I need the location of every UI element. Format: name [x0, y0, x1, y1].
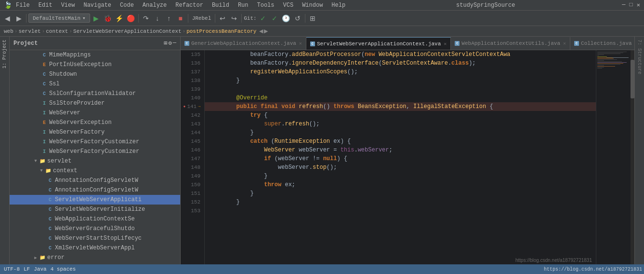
debug-button[interactable]: 🐞 [103, 13, 113, 24]
tree-item-context-folder[interactable]: ▼ 📁 context [10, 166, 180, 176]
menu-analyze[interactable]: Analyze [139, 1, 171, 10]
tab-collections[interactable]: C Collections.java ✕ [570, 37, 634, 50]
tree-item-servlet-folder[interactable]: ▼ 📁 servlet [10, 156, 180, 166]
coverage-button[interactable]: ⚡ [114, 13, 125, 24]
menu-navigate[interactable]: Navigate [79, 1, 115, 10]
breadcrumb-context[interactable]: context [46, 28, 68, 34]
menu-view[interactable]: View [57, 1, 79, 10]
code-line-144[interactable]: } [205, 128, 596, 137]
breadcrumb-nav-back[interactable]: ◀ [259, 28, 263, 34]
menu-vcs[interactable]: VCS [279, 1, 298, 10]
tree-item-annotconfig2[interactable]: C AnnotationConfigServletW [10, 185, 180, 195]
tree-item-webserverfactory[interactable]: I WebServerFactory [10, 127, 180, 137]
forward-button[interactable]: ▶ [13, 13, 24, 24]
menu-file[interactable]: File [12, 1, 34, 10]
run-button[interactable]: ▶ [91, 13, 102, 24]
scrollbar-thumb[interactable] [631, 60, 634, 98]
breadcrumb-servlet[interactable]: servlet [18, 28, 40, 34]
tree-item-webserverstartstop[interactable]: C WebServerStartStopLifecyc [10, 233, 180, 243]
git-revert-button[interactable]: ↺ [292, 13, 303, 24]
tab-servlet[interactable]: C ServletWebServerApplicationContext.jav… [306, 37, 451, 50]
code-content[interactable]: beanFactory.addBeanPostProcessor(new Web… [205, 50, 596, 264]
tree-arrow-error[interactable]: ▶ [33, 255, 39, 260]
tree-item-webserverfactorycust1[interactable]: I WebServerFactoryCustomizer [10, 137, 180, 147]
tab-close-webapp[interactable]: ✕ [563, 41, 566, 46]
code-line-151[interactable]: } [205, 189, 596, 198]
tree-arrow-servlet[interactable]: ▼ [33, 159, 39, 164]
code-line-138[interactable]: } [205, 76, 596, 85]
scrollbar-track[interactable] [631, 50, 634, 264]
tree-item-annotconfig1[interactable]: C AnnotationConfigServletW [10, 176, 180, 185]
tree-item-webserver[interactable]: I WebServer [10, 108, 180, 118]
layout-button[interactable]: ⊞ [307, 13, 318, 24]
code-line-137[interactable]: registerWebApplicationScopes(); [205, 68, 596, 76]
tab-close-servlet[interactable]: ✕ [444, 41, 447, 47]
breadcrumb-class[interactable]: ServletWebServerApplicationContext [73, 28, 181, 34]
status-spaces[interactable]: 4 spaces [51, 266, 76, 272]
code-line-150[interactable]: throw ex; [205, 180, 596, 189]
status-lf[interactable]: LF [24, 266, 30, 272]
git-history-button[interactable]: 🕐 [281, 13, 291, 24]
profile-button[interactable]: 🔴 [126, 13, 136, 24]
stop-button[interactable]: ■ [175, 13, 186, 24]
tree-item-servletinitializer[interactable]: C ServletWebServerInitialize [10, 205, 180, 214]
menu-code[interactable]: Code [116, 1, 138, 10]
tree-item-error-folder[interactable]: ▶ 📁 error [10, 253, 180, 262]
minimize-btn[interactable]: — [622, 1, 625, 9]
sidebar-sync-btn[interactable]: ⊞ [164, 40, 167, 47]
tree-arrow-context[interactable]: ▼ [39, 168, 44, 173]
tree-item-servletwebserver[interactable]: C ServletWebServerApplicati [10, 195, 180, 205]
code-line-147[interactable]: if (webServer != null) { [205, 154, 596, 163]
side-icon-project[interactable]: 1: Project [1, 39, 8, 69]
code-line-140[interactable]: @Override [205, 94, 596, 102]
redo-button[interactable]: ↪ [229, 13, 239, 24]
code-line-136[interactable]: beanFactory.ignoreDependencyInterface(Se… [205, 59, 596, 68]
menu-window[interactable]: Window [298, 1, 327, 10]
code-line-146[interactable]: WebServer webServer = this.webServer; [205, 146, 596, 154]
status-utf8[interactable]: UTF-8 [4, 266, 20, 272]
tab-webapp[interactable]: C WebApplicationContextUtils.java ✕ [451, 37, 570, 50]
sidebar-close-btn[interactable]: — [173, 40, 176, 47]
tab-generic[interactable]: C GenericWebApplicationContext.java ✕ [181, 37, 306, 50]
code-line-139[interactable] [205, 85, 596, 94]
step-over-button[interactable]: ↷ [141, 13, 151, 24]
code-line-143[interactable]: super.refresh(); [205, 120, 596, 128]
tree-item-webserverfactorycust2[interactable]: I WebServerFactoryCustomizer [10, 147, 180, 156]
tree-item-portinuseexception[interactable]: E PortInUseException [10, 60, 180, 69]
menu-help[interactable]: Help [328, 1, 349, 10]
tree-item-shutdown[interactable]: C Shutdown [10, 69, 180, 79]
code-line-142[interactable]: try { [205, 111, 596, 120]
tree-item-webappcontextse[interactable]: C WebApplicationContextSe [10, 214, 180, 224]
sidebar-settings-btn[interactable]: ⚙ [169, 40, 172, 47]
maximize-btn[interactable]: □ [630, 1, 633, 9]
git-check2-button[interactable]: ✓ [269, 13, 280, 24]
menu-refactor[interactable]: Refactor [171, 1, 207, 10]
tree-item-webserverexception[interactable]: E WebServerException [10, 118, 180, 127]
tree-item-sslstoreprovider[interactable]: I SslStoreProvider [10, 98, 180, 108]
tree-item-webservergraceful[interactable]: C WebServerGracefulShutdo [10, 224, 180, 233]
git-checkmark-button[interactable]: ✓ [258, 13, 268, 24]
back-button[interactable]: ◀ [2, 13, 13, 24]
tree-item-xmlservletwebserver[interactable]: C XmlServletWebServerAppl [10, 243, 180, 253]
tree-item-ssl[interactable]: C Ssl [10, 79, 180, 89]
tree-item-mimemappings[interactable]: C MimeMappings [10, 50, 180, 60]
code-line-135[interactable]: beanFactory.addBeanPostProcessor(new Web… [205, 50, 596, 59]
step-into-button[interactable]: ↓ [152, 13, 163, 24]
code-line-148[interactable]: webServer.stop(); [205, 163, 596, 172]
structure-icon[interactable]: 7: Structure [636, 39, 643, 75]
tree-item-sslconfigvalidator[interactable]: C SslConfigurationValidator [10, 89, 180, 98]
status-java[interactable]: Java [34, 266, 46, 272]
tab-close-generic[interactable]: ✕ [299, 41, 302, 46]
run-config-selector[interactable]: DefaultTestMain ▾ [28, 14, 90, 23]
step-out-button[interactable]: ↑ [164, 13, 174, 24]
menu-build[interactable]: Build [208, 1, 233, 10]
code-line-152[interactable]: } [205, 198, 596, 206]
close-btn[interactable]: ✕ [637, 1, 640, 9]
code-line-141[interactable]: public final void refresh() throws Beans… [205, 102, 596, 111]
code-line-145[interactable]: catch (RuntimeException ex) { [205, 137, 596, 146]
breadcrumb-web[interactable]: web [4, 28, 13, 34]
menu-edit[interactable]: Edit [35, 1, 56, 10]
undo-button[interactable]: ↩ [217, 13, 228, 24]
code-line-153[interactable] [205, 206, 596, 215]
breadcrumb-nav-forward[interactable]: ▶ [264, 28, 268, 34]
